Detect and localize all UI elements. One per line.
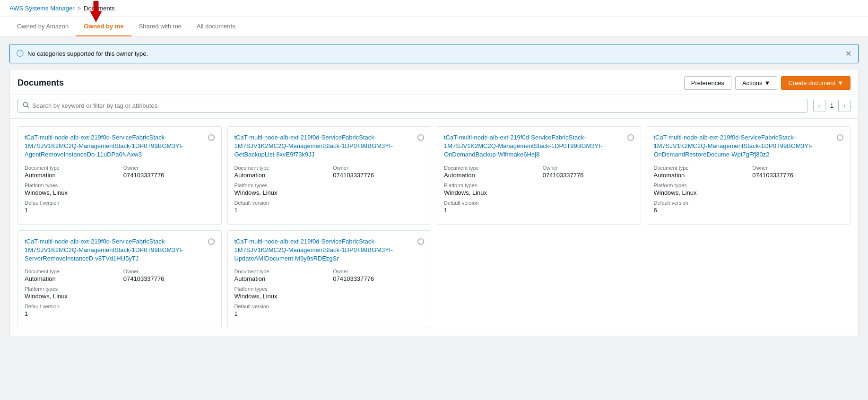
info-banner-text: No categories supported for this owner t… [27,50,148,57]
current-page: 1 [827,102,836,109]
tab-owned-amazon[interactable]: Owned by Amazon [9,17,76,36]
doc-version-group: Default version 1 [234,304,326,317]
create-document-label: Create document [788,79,835,87]
doc-select-radio[interactable] [417,238,424,245]
doc-select-radio[interactable] [208,238,215,245]
search-input[interactable] [32,102,802,109]
doc-platform-group: Platform types Windows, Linux [25,286,116,300]
tab-owned-me[interactable]: Owned by me [76,17,131,36]
create-document-button[interactable]: Create document ▼ [781,76,851,90]
info-banner: ⓘ No categories supported for this owner… [9,44,859,63]
doc-version-group: Default version 1 [234,200,326,214]
actions-dropdown-icon: ▼ [764,79,771,87]
doc-type-group: Document type Automation [654,165,745,179]
doc-platform-group: Platform types Windows, Linux [234,286,326,300]
actions-button[interactable]: Actions ▼ [735,76,778,90]
doc-owner-group: Owner 074103337776 [123,269,215,282]
main-content: Documents Preferences Actions ▼ Create d… [9,69,859,336]
doc-platform-group: Platform types Windows, Linux [444,183,535,196]
tabs-container: Owned by Amazon Owned by me Shared with … [0,17,868,36]
doc-select-radio[interactable] [627,134,634,141]
doc-type-group: Document type Automation [25,165,116,179]
close-banner-button[interactable]: ✕ [845,49,851,58]
doc-card-doc5[interactable]: tCaT-multi-node-alb-ext-219f0d-ServiceFa… [17,230,222,329]
doc-card-doc2[interactable]: tCaT-multi-node-alb-ext-219f0d-ServiceFa… [227,126,432,225]
doc-type-group: Document type Automation [234,269,326,282]
documents-grid: tCaT-multi-node-alb-ext-219f0d-ServiceFa… [10,119,858,336]
svg-line-2 [27,106,29,108]
create-dropdown-icon: ▼ [837,79,843,87]
doc-version-group: Default version 1 [25,304,116,317]
pagination-controls: ‹ 1 › [813,100,851,112]
preferences-button[interactable]: Preferences [684,76,731,90]
doc-version-group: Default version 6 [654,200,745,214]
doc-card-doc3[interactable]: tCaT-multi-node-alb-ext-219f0d-ServiceFa… [437,126,641,225]
doc-owner-group: Owner 074103337776 [333,165,424,179]
search-icon [23,102,29,110]
search-input-wrapper [17,99,807,113]
prev-page-button[interactable]: ‹ [813,100,825,112]
page-title: Documents [17,78,64,88]
doc-type-group: Document type Automation [234,165,326,179]
doc-select-radio[interactable] [208,134,215,141]
doc-name: tCaT-multi-node-alb-ext-219f0d-ServiceFa… [444,133,624,159]
doc-version-group: Default version 1 [25,200,116,214]
next-page-button[interactable]: › [838,100,851,112]
doc-platform-group: Platform types Windows, Linux [25,183,116,196]
breadcrumb: AWS Systems Manager > Documents [0,0,868,17]
doc-owner-group: Owner 074103337776 [333,269,424,282]
doc-platform-group: Platform types Windows, Linux [234,183,326,196]
breadcrumb-service-link[interactable]: AWS Systems Manager [9,5,75,12]
doc-owner-group: Owner 074103337776 [543,165,634,179]
doc-name: tCaT-multi-node-alb-ext-219f0d-ServiceFa… [234,237,414,263]
doc-owner-group: Owner 074103337776 [123,165,215,179]
doc-type-group: Document type Automation [444,165,535,179]
doc-card-doc4[interactable]: tCaT-multi-node-alb-ext-219f0d-ServiceFa… [647,126,851,225]
doc-platform-group: Platform types Windows, Linux [654,183,745,196]
doc-select-radio[interactable] [837,134,843,141]
doc-owner-group: Owner 074103337776 [752,165,843,179]
doc-type-group: Document type Automation [25,269,116,282]
breadcrumb-current-page: Documents [84,5,115,12]
doc-name: tCaT-multi-node-alb-ext-219f0d-ServiceFa… [25,237,204,263]
info-icon: ⓘ [17,49,24,58]
doc-name: tCaT-multi-node-alb-ext-219f0d-ServiceFa… [234,133,414,159]
doc-name: tCaT-multi-node-alb-ext-219f0d-ServiceFa… [25,133,204,159]
doc-card-doc6[interactable]: tCaT-multi-node-alb-ext-219f0d-ServiceFa… [227,230,432,329]
actions-label: Actions [742,79,763,87]
doc-name: tCaT-multi-node-alb-ext-219f0d-ServiceFa… [654,133,833,159]
breadcrumb-separator: > [78,5,81,12]
doc-select-radio[interactable] [417,134,424,141]
tab-shared-me[interactable]: Shared with me [131,17,189,36]
search-pagination-row: ‹ 1 › [10,95,858,119]
doc-card-doc1[interactable]: tCaT-multi-node-alb-ext-219f0d-ServiceFa… [17,126,222,225]
toolbar-right: Preferences Actions ▼ Create document ▼ [684,76,851,90]
doc-version-group: Default version 1 [444,200,535,214]
documents-toolbar: Documents Preferences Actions ▼ Create d… [10,70,858,95]
tab-all-documents[interactable]: All documents [189,17,243,36]
